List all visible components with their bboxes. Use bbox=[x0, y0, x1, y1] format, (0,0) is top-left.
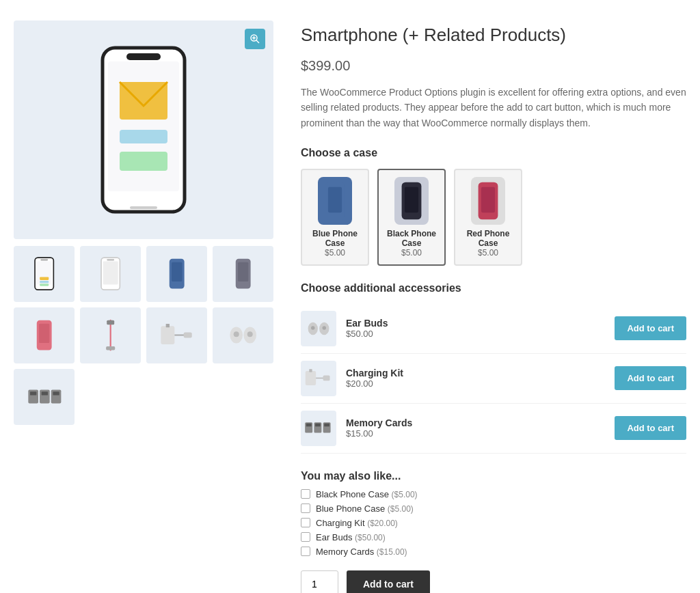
svg-rect-27 bbox=[107, 320, 114, 325]
accessory-price-earbuds: $50.00 bbox=[346, 329, 605, 339]
thumbnail-7[interactable] bbox=[146, 307, 207, 363]
svg-point-35 bbox=[233, 332, 239, 337]
svg-rect-16 bbox=[40, 284, 49, 286]
svg-rect-38 bbox=[30, 392, 36, 396]
case-option-red[interactable]: Red Phone Case $5.00 bbox=[454, 169, 522, 266]
accessory-name-earbuds: Ear Buds bbox=[346, 318, 605, 329]
svg-rect-62 bbox=[324, 424, 329, 426]
svg-rect-46 bbox=[405, 187, 418, 212]
zoom-icon[interactable] bbox=[245, 29, 265, 49]
case-section: Choose a case Blue Phone Case $5.00 bbox=[301, 147, 686, 266]
upsell-black-case: Black Phone Case ($5.00) bbox=[301, 489, 686, 499]
upsell-earbuds: Ear Buds ($50.00) bbox=[301, 532, 686, 542]
svg-rect-28 bbox=[106, 346, 115, 350]
upsell-price-blue-case: ($5.00) bbox=[388, 504, 414, 514]
svg-rect-10 bbox=[120, 152, 167, 171]
thumbnail-6[interactable] bbox=[80, 307, 141, 363]
main-image bbox=[14, 20, 273, 239]
svg-point-51 bbox=[311, 326, 315, 330]
thumbnail-4[interactable] bbox=[213, 246, 273, 302]
svg-rect-58 bbox=[306, 424, 312, 426]
svg-rect-40 bbox=[41, 392, 47, 396]
accessories-label: Choose additional accessories bbox=[301, 282, 686, 294]
svg-rect-29 bbox=[161, 327, 174, 345]
svg-rect-53 bbox=[306, 371, 316, 385]
svg-rect-60 bbox=[315, 424, 321, 426]
product-title: Smartphone (+ Related Products) bbox=[301, 24, 686, 47]
upsell-checkbox-earbuds[interactable] bbox=[301, 532, 310, 542]
svg-rect-7 bbox=[130, 206, 157, 209]
product-main-image bbox=[89, 41, 198, 219]
svg-point-52 bbox=[323, 326, 327, 330]
upsell-charging: Charging Kit ($20.00) bbox=[301, 518, 686, 528]
upsell-text-charging: Charging Kit ($20.00) bbox=[316, 518, 398, 528]
svg-rect-5 bbox=[108, 61, 179, 191]
accessory-price-charging: $20.00 bbox=[346, 378, 605, 389]
svg-rect-42 bbox=[53, 392, 59, 396]
upsell-checkbox-charging[interactable] bbox=[301, 518, 310, 527]
case-option-black-name: Black Phone Case bbox=[386, 229, 438, 248]
svg-point-36 bbox=[247, 332, 252, 337]
svg-rect-14 bbox=[40, 277, 49, 280]
thumbnail-2[interactable] bbox=[80, 246, 141, 302]
svg-rect-23 bbox=[238, 262, 248, 281]
accessory-info-memory: Memory Cards $15.00 bbox=[346, 417, 605, 439]
upsell-text-black-case: Black Phone Case ($5.00) bbox=[316, 489, 418, 499]
thumbnail-8[interactable] bbox=[213, 307, 273, 363]
upsells-section: You may also like... Black Phone Case ($… bbox=[301, 470, 686, 557]
svg-rect-25 bbox=[39, 324, 49, 343]
accessory-thumb-earbuds bbox=[301, 311, 336, 346]
accessory-row-earbuds: Ear Buds $50.00 Add to cart bbox=[301, 304, 686, 354]
svg-rect-15 bbox=[40, 281, 49, 283]
accessories-section: Choose additional accessories Ear Buds $… bbox=[301, 282, 686, 454]
page-wrapper: Smartphone (+ Related Products) $399.00 … bbox=[0, 0, 700, 593]
upsell-blue-case: Blue Phone Case ($5.00) bbox=[301, 504, 686, 514]
upsell-checkbox-blue-case[interactable] bbox=[301, 504, 310, 513]
upsell-price-charging: ($20.00) bbox=[367, 519, 398, 528]
thumbnail-5[interactable] bbox=[14, 307, 75, 363]
add-to-cart-memory[interactable]: Add to cart bbox=[615, 416, 686, 440]
add-to-cart-earbuds[interactable]: Add to cart bbox=[615, 316, 686, 340]
svg-line-1 bbox=[256, 40, 259, 43]
accessory-name-charging: Charging Kit bbox=[346, 368, 605, 378]
accessory-price-memory: $15.00 bbox=[346, 428, 605, 439]
svg-rect-13 bbox=[40, 260, 48, 261]
upsell-memory: Memory Cards ($15.00) bbox=[301, 547, 686, 557]
svg-rect-32 bbox=[184, 333, 192, 338]
add-to-cart-charging[interactable]: Add to cart bbox=[615, 366, 686, 390]
upsell-price-memory: ($15.00) bbox=[377, 547, 407, 557]
quantity-input[interactable] bbox=[301, 570, 338, 593]
case-option-blue-name: Blue Phone Case bbox=[309, 229, 361, 248]
case-section-label: Choose a case bbox=[301, 147, 686, 159]
product-price: $399.00 bbox=[301, 58, 686, 74]
svg-rect-21 bbox=[172, 262, 182, 281]
svg-rect-54 bbox=[309, 369, 312, 372]
svg-rect-48 bbox=[481, 187, 495, 212]
accessory-thumb-charging bbox=[301, 361, 336, 396]
case-option-black[interactable]: Black Phone Case $5.00 bbox=[377, 169, 446, 266]
product-description: The WooCommerce Product Options plugin i… bbox=[301, 85, 686, 130]
svg-rect-19 bbox=[107, 260, 114, 261]
upsell-checkbox-black-case[interactable] bbox=[301, 489, 310, 499]
svg-rect-18 bbox=[103, 262, 118, 285]
case-options: Blue Phone Case $5.00 Black Phone Case $… bbox=[301, 169, 686, 266]
thumbnail-9[interactable] bbox=[14, 369, 75, 425]
main-add-to-cart-button[interactable]: Add to cart bbox=[347, 570, 430, 593]
case-option-red-price: $5.00 bbox=[462, 248, 514, 258]
thumbnail-grid bbox=[14, 246, 273, 425]
svg-rect-8 bbox=[120, 82, 167, 120]
thumbnail-1[interactable] bbox=[14, 246, 75, 302]
upsell-text-blue-case: Blue Phone Case ($5.00) bbox=[316, 504, 414, 514]
case-option-red-name: Red Phone Case bbox=[462, 229, 514, 248]
case-option-black-price: $5.00 bbox=[386, 248, 438, 258]
upsell-price-earbuds: ($50.00) bbox=[355, 533, 386, 542]
accessory-name-memory: Memory Cards bbox=[346, 417, 605, 428]
case-option-blue[interactable]: Blue Phone Case $5.00 bbox=[301, 169, 369, 266]
upsell-checkbox-memory[interactable] bbox=[301, 547, 310, 556]
svg-rect-9 bbox=[120, 130, 167, 143]
svg-rect-56 bbox=[323, 376, 330, 381]
upsells-label: You may also like... bbox=[301, 470, 686, 482]
thumbnail-3[interactable] bbox=[146, 246, 207, 302]
upsell-price-black-case: ($5.00) bbox=[392, 490, 418, 499]
accessory-row-memory: Memory Cards $15.00 Add to cart bbox=[301, 404, 686, 454]
